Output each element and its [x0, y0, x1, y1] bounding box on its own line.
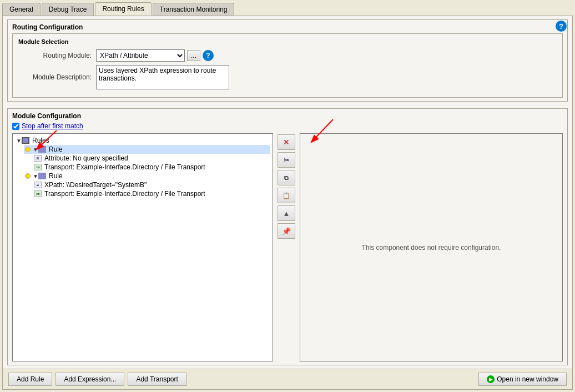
- tree-node-attr1[interactable]: ≡ Attribute: No query specified: [33, 154, 270, 163]
- rule1-expand-icon: ▼: [33, 147, 37, 153]
- tab-transaction-monitoring[interactable]: Transaction Monitoring: [153, 3, 235, 16]
- tree-node-rule2[interactable]: ▼ Rule: [24, 172, 270, 180]
- rules-expand-icon: ▼: [16, 138, 21, 144]
- copy-button[interactable]: ⧉: [278, 170, 295, 185]
- rule1-label: Rule: [49, 145, 63, 153]
- delete-button[interactable]: ✕: [278, 134, 295, 150]
- routing-module-help-button[interactable]: ?: [203, 50, 214, 61]
- cut-button[interactable]: ✂: [278, 152, 295, 168]
- delete-icon: ✕: [283, 138, 290, 147]
- open-new-window-button[interactable]: ▶ Open in new window: [478, 373, 567, 386]
- move-up-icon: ▲: [283, 209, 290, 218]
- tree-node-rules[interactable]: ▼ Rules: [15, 136, 270, 145]
- routing-module-select[interactable]: XPath / Attribute: [96, 49, 185, 62]
- module-description-label: Module Description:: [18, 73, 96, 81]
- add-transport-button[interactable]: Add Transport: [128, 373, 186, 386]
- attr1-icon: ≡: [34, 155, 42, 162]
- open-window-label: Open in new window: [497, 375, 558, 383]
- tab-routing-rules[interactable]: Routing Rules: [95, 2, 151, 16]
- rule2-expand-icon: ▼: [33, 173, 37, 179]
- tab-general[interactable]: General: [2, 3, 41, 16]
- tab-debug-trace[interactable]: Debug Trace: [42, 3, 94, 16]
- rules-label: Rules: [32, 137, 49, 144]
- cut-icon: ✂: [284, 156, 290, 164]
- help-button[interactable]: ?: [556, 21, 567, 32]
- tree-node-transport2[interactable]: ⇒ Transport: Example-Interface.Directory…: [33, 189, 270, 198]
- copy-icon: ⧉: [284, 174, 289, 182]
- tree-node-rule1[interactable]: ▼ Rule: [24, 145, 270, 154]
- add-rule-button[interactable]: Add Rule: [8, 373, 52, 386]
- routing-module-label: Routing Module:: [18, 52, 96, 59]
- module-configuration-title: Module Configuration: [12, 112, 563, 120]
- module-configuration-section: Module Configuration Stop after first ma…: [7, 108, 568, 365]
- routing-module-row: Routing Module: XPath / Attribute ... ?: [18, 49, 557, 62]
- routing-module-browse-button[interactable]: ...: [187, 50, 200, 61]
- transport1-icon: ⇒: [34, 164, 42, 170]
- rule2-label: Rule: [49, 172, 63, 180]
- transport1-label: Transport: Example-Interface.Directory /…: [44, 163, 205, 171]
- open-window-icon: ▶: [487, 375, 495, 383]
- move-down-icon: 📌: [282, 227, 291, 235]
- stop-after-row: Stop after first match: [12, 122, 563, 130]
- right-config-text: This component does not require configur…: [362, 244, 501, 252]
- transport2-label: Transport: Example-Interface.Directory /…: [44, 190, 205, 198]
- tree-node-transport1[interactable]: ⇒ Transport: Example-Interface.Directory…: [33, 163, 270, 172]
- paste-button[interactable]: 📋: [278, 188, 295, 203]
- xpath1-icon: ≡: [34, 182, 42, 188]
- routing-configuration-section: Routing Configuration Module Selection R…: [7, 19, 568, 102]
- xpath1-label: XPath: \\DesiredTarget="SystemB": [44, 181, 147, 189]
- stop-after-label[interactable]: Stop after first match: [22, 122, 83, 130]
- stop-after-checkbox[interactable]: [12, 123, 19, 130]
- add-expression-button[interactable]: Add Expression...: [56, 373, 124, 386]
- module-description-field[interactable]: Uses layered XPath expression to route t…: [96, 65, 229, 89]
- move-down-button[interactable]: 📌: [278, 223, 295, 239]
- rule1-key-icon: [25, 147, 31, 152]
- routing-configuration-title: Routing Configuration: [12, 23, 563, 31]
- attr1-label: Attribute: No query specified: [44, 154, 128, 162]
- transport2-icon: ⇒: [34, 190, 42, 197]
- rule2-key-icon: [25, 173, 31, 179]
- move-up-button[interactable]: ▲: [278, 205, 295, 221]
- paste-icon: 📋: [283, 192, 290, 199]
- module-selection-title: Module Selection: [18, 38, 557, 45]
- rules-tree-panel: ▼ Rules ▼ Rule: [12, 133, 273, 361]
- bottom-bar: Add Rule Add Expression... Add Transport…: [3, 369, 572, 389]
- right-config-panel: This component does not require configur…: [300, 133, 563, 361]
- module-description-row: Module Description: Uses layered XPath e…: [18, 65, 557, 89]
- tree-node-xpath1[interactable]: ≡ XPath: \\DesiredTarget="SystemB": [33, 180, 270, 189]
